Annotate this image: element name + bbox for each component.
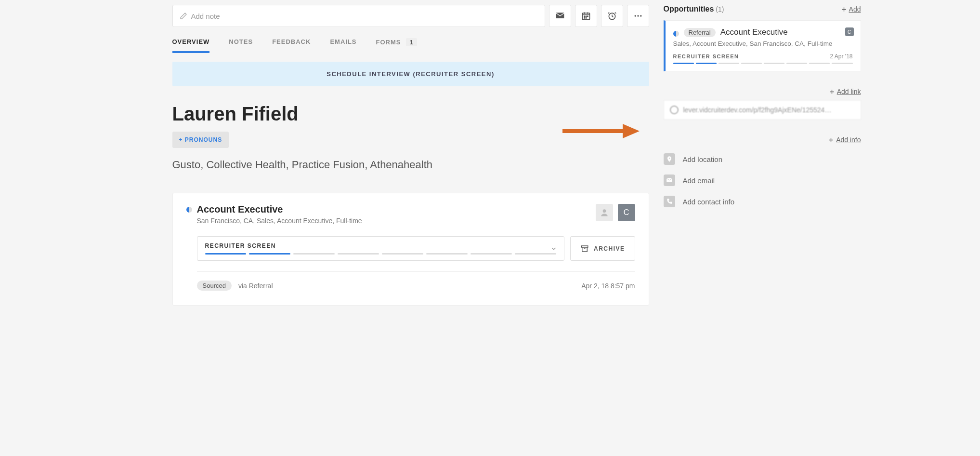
- archive-icon: [580, 244, 589, 253]
- opportunity-item-title: Account Executive: [720, 27, 788, 37]
- email-icon: [664, 174, 675, 186]
- tab-feedback[interactable]: FEEDBACK: [272, 34, 311, 53]
- stage-indicator-icon: [673, 31, 679, 37]
- tab-forms-label: FORMS: [376, 39, 401, 46]
- stage-select[interactable]: RECRUITER SCREEN: [197, 236, 564, 261]
- add-email-label: Add email: [683, 176, 715, 185]
- svg-point-9: [640, 15, 641, 16]
- svg-point-5: [586, 17, 587, 18]
- more-button[interactable]: [627, 5, 649, 27]
- tab-overview[interactable]: OVERVIEW: [172, 34, 210, 53]
- add-location-row[interactable]: Add location: [664, 148, 861, 170]
- add-opportunity-button[interactable]: Add: [841, 5, 861, 13]
- candidate-name: Lauren Fifield: [172, 103, 649, 125]
- phone-icon: [664, 196, 675, 207]
- svg-point-3: [587, 16, 588, 17]
- add-pronouns-button[interactable]: + PRONOUNS: [172, 132, 229, 148]
- opportunities-heading: Opportunities: [664, 5, 714, 13]
- add-contact-label: Add contact info: [683, 198, 735, 206]
- svg-point-8: [637, 15, 639, 16]
- pencil-icon: [180, 12, 187, 20]
- add-email-row[interactable]: Add email: [664, 170, 861, 191]
- add-note-input[interactable]: [191, 12, 538, 20]
- opportunity-item-date: 2 Apr '18: [830, 53, 853, 60]
- calendar-icon: [581, 11, 591, 21]
- owner-avatar-placeholder[interactable]: [596, 204, 613, 221]
- opportunity-item-stage: RECRUITER SCREEN: [673, 54, 739, 59]
- opportunity-item-subtitle: Sales, Account Executive, San Francisco,…: [673, 40, 853, 47]
- opportunity-avatar: C: [845, 27, 854, 36]
- person-icon: [600, 208, 609, 217]
- source-date: Apr 2, 18 8:57 pm: [581, 282, 635, 290]
- dots-icon: [633, 11, 643, 21]
- globe-icon: [670, 106, 679, 114]
- candidate-link-item[interactable]: lever.vidcruiterdev.com/p/f2fhg9AjxENe/1…: [664, 100, 861, 120]
- svg-point-1: [584, 16, 585, 17]
- stage-progress: [205, 253, 556, 255]
- add-contact-row[interactable]: Add contact info: [664, 191, 861, 212]
- opportunity-title: Account Executive: [197, 204, 591, 215]
- opportunity-subtitle: San Francisco, CA, Sales, Account Execut…: [197, 217, 591, 225]
- plus-icon: [828, 137, 834, 143]
- profile-tabs: OVERVIEW NOTES FEEDBACK EMAILS FORMS 1: [172, 34, 649, 53]
- email-button[interactable]: [549, 5, 571, 27]
- origin-badge: Referral: [684, 28, 716, 37]
- chevron-down-icon: [550, 245, 557, 252]
- archive-label: ARCHIVE: [594, 245, 625, 252]
- tab-forms-count: 1: [406, 38, 417, 46]
- source-badge: Sourced: [197, 281, 232, 291]
- tab-emails[interactable]: EMAILS: [330, 34, 356, 53]
- svg-point-2: [586, 16, 587, 17]
- add-location-label: Add location: [683, 155, 723, 163]
- opportunities-count: (1): [716, 5, 724, 13]
- archive-button[interactable]: ARCHIVE: [570, 236, 635, 261]
- location-icon: [664, 153, 675, 165]
- add-info-button[interactable]: Add info: [828, 136, 861, 144]
- stage-label: RECRUITER SCREEN: [205, 242, 556, 249]
- via-text: via Referral: [238, 282, 273, 290]
- tab-forms[interactable]: FORMS 1: [376, 34, 418, 53]
- link-url-text: lever.vidcruiterdev.com/p/f2fhg9AjxENe/1…: [683, 106, 832, 114]
- schedule-interview-banner[interactable]: SCHEDULE INTERVIEW (RECRUITER SCREEN): [172, 62, 649, 86]
- reminder-button[interactable]: [601, 5, 623, 27]
- plus-icon: [829, 89, 835, 95]
- opportunity-item-progress: [673, 63, 853, 64]
- envelope-icon: [555, 11, 565, 21]
- opportunity-card: Account Executive San Francisco, CA, Sal…: [172, 193, 649, 306]
- svg-point-4: [584, 17, 585, 18]
- svg-point-10: [602, 209, 606, 213]
- candidate-companies: Gusto, Collective Health, Practice Fusio…: [172, 159, 649, 171]
- hiring-manager-avatar[interactable]: C: [618, 204, 635, 221]
- svg-point-7: [634, 15, 636, 16]
- add-note-field[interactable]: [172, 5, 545, 27]
- alarm-clock-icon: [607, 11, 617, 21]
- add-link-button[interactable]: Add link: [829, 88, 861, 95]
- tab-notes[interactable]: NOTES: [229, 34, 253, 53]
- opportunity-list-item[interactable]: C Referral Account Executive Sales, Acco…: [664, 20, 861, 71]
- plus-icon: [841, 6, 847, 13]
- stage-indicator-icon: [186, 207, 192, 213]
- calendar-button[interactable]: [575, 5, 597, 27]
